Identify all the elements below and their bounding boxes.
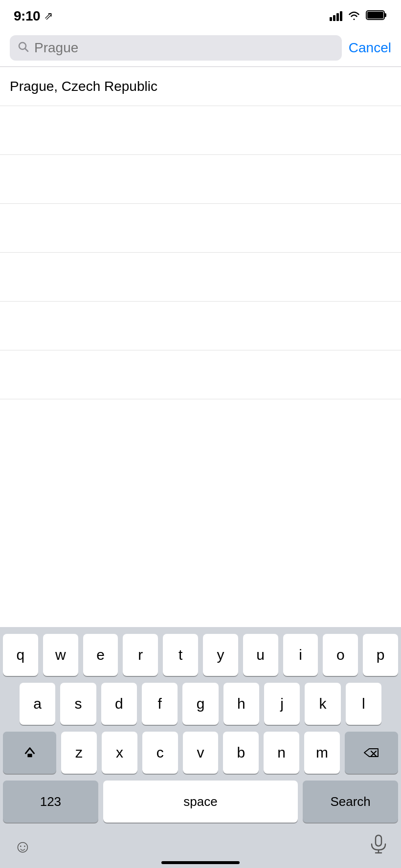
- key-w[interactable]: w: [43, 634, 78, 676]
- key-n[interactable]: n: [264, 732, 299, 774]
- keyboard-row-bottom: 123 space Search: [0, 781, 401, 823]
- numbers-key[interactable]: 123: [3, 781, 98, 823]
- key-s[interactable]: s: [60, 683, 96, 725]
- result-item: [0, 155, 401, 204]
- key-v[interactable]: v: [183, 732, 219, 774]
- svg-rect-5: [27, 754, 32, 757]
- wifi-icon: [347, 10, 361, 22]
- key-d[interactable]: d: [101, 683, 137, 725]
- key-j[interactable]: j: [264, 683, 300, 725]
- key-o[interactable]: o: [323, 634, 358, 676]
- results-list: Prague, Czech Republic: [0, 67, 401, 399]
- result-item: [0, 106, 401, 155]
- key-r[interactable]: r: [123, 634, 158, 676]
- search-icon: [18, 41, 29, 55]
- backspace-key[interactable]: [345, 732, 398, 774]
- result-item: [0, 302, 401, 350]
- svg-line-4: [25, 49, 28, 52]
- mic-key[interactable]: [370, 834, 387, 858]
- result-item[interactable]: Prague, Czech Republic: [0, 67, 401, 106]
- key-h[interactable]: h: [223, 683, 259, 725]
- svg-rect-2: [367, 12, 383, 19]
- keyboard-row-1: q w e r t y u i o p: [0, 634, 401, 676]
- key-f[interactable]: f: [142, 683, 178, 725]
- key-y[interactable]: y: [203, 634, 238, 676]
- status-bar: 9:10 ⇗: [0, 0, 401, 29]
- key-l[interactable]: l: [346, 683, 381, 725]
- keyboard-row-2: a s d f g h j k l: [0, 683, 401, 725]
- key-i[interactable]: i: [283, 634, 318, 676]
- key-k[interactable]: k: [305, 683, 340, 725]
- space-key[interactable]: space: [103, 781, 298, 823]
- key-c[interactable]: c: [142, 732, 178, 774]
- key-q[interactable]: q: [3, 634, 38, 676]
- status-time: 9:10: [14, 8, 40, 24]
- status-icons: [330, 10, 387, 22]
- result-item: [0, 204, 401, 253]
- shift-key[interactable]: [3, 732, 56, 774]
- svg-rect-1: [384, 13, 386, 17]
- emoji-key[interactable]: ☺: [14, 836, 32, 857]
- key-p[interactable]: p: [363, 634, 398, 676]
- search-input[interactable]: [34, 40, 334, 56]
- svg-rect-8: [376, 835, 381, 846]
- result-item: [0, 350, 401, 399]
- search-key[interactable]: Search: [303, 781, 398, 823]
- key-b[interactable]: b: [223, 732, 259, 774]
- keyboard-row-3: z x c v b n m: [0, 732, 401, 774]
- key-x[interactable]: x: [102, 732, 137, 774]
- key-a[interactable]: a: [20, 683, 55, 725]
- home-indicator: [161, 861, 240, 864]
- result-item: [0, 253, 401, 302]
- key-z[interactable]: z: [61, 732, 97, 774]
- search-area: Cancel: [0, 29, 401, 66]
- keyboard: q w e r t y u i o p a s d f g h j k l z …: [0, 627, 401, 868]
- key-u[interactable]: u: [243, 634, 278, 676]
- key-m[interactable]: m: [304, 732, 340, 774]
- key-t[interactable]: t: [163, 634, 198, 676]
- cancel-button[interactable]: Cancel: [349, 40, 391, 56]
- signal-icon: [330, 11, 342, 21]
- key-g[interactable]: g: [182, 683, 218, 725]
- location-arrow-icon: ⇗: [44, 10, 53, 22]
- search-input-container[interactable]: [10, 35, 342, 61]
- battery-icon: [366, 10, 387, 22]
- key-e[interactable]: e: [83, 634, 118, 676]
